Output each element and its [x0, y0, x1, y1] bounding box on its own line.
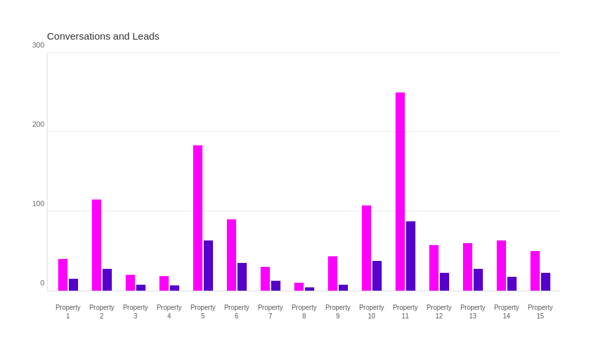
bar-leads	[204, 240, 213, 291]
chart-title: Conversations and Leads	[47, 30, 560, 42]
bar-conversations	[58, 259, 67, 291]
chart-area: 0100200300Property1Property2Property3Pro…	[47, 54, 560, 291]
y-axis-label: 200	[32, 120, 44, 128]
x-axis-label: Property7	[253, 303, 287, 320]
bar-leads	[305, 287, 314, 291]
bar-conversations	[429, 245, 439, 290]
bar-leads	[271, 281, 280, 290]
bar-leads	[237, 263, 247, 291]
bar-leads	[372, 261, 382, 290]
bar-leads	[541, 273, 550, 290]
bar-leads	[339, 285, 348, 290]
x-axis-label: Property11	[388, 303, 422, 320]
bar-leads	[406, 221, 415, 290]
grid-line	[48, 52, 560, 53]
bar-conversations	[530, 251, 540, 291]
bar-leads	[474, 269, 483, 290]
bar-conversations	[126, 275, 135, 291]
bar-leads	[170, 285, 179, 290]
bar-conversations	[362, 205, 371, 290]
x-axis-label: Property1	[51, 303, 85, 320]
grid-line	[48, 211, 560, 211]
bar-leads	[103, 269, 112, 290]
y-axis-label: 100	[32, 200, 44, 207]
bar-conversations	[294, 283, 304, 291]
bar-conversations	[193, 145, 202, 291]
x-axis-label: Property12	[422, 303, 456, 320]
x-axis-label: Property3	[118, 303, 152, 320]
bar-leads	[136, 285, 146, 290]
x-axis-label: Property8	[287, 303, 321, 320]
x-axis-label: Property14	[489, 303, 523, 320]
bar-leads	[507, 277, 517, 290]
grid-line	[48, 131, 560, 132]
bar-conversations	[497, 240, 506, 291]
bar-conversations	[159, 276, 169, 291]
x-axis-label: Property10	[355, 303, 388, 320]
x-axis-label: Property6	[220, 303, 253, 320]
x-axis-label: Property2	[85, 303, 118, 320]
bar-leads	[69, 279, 78, 291]
bar-conversations	[328, 256, 337, 291]
x-axis-label: Property15	[523, 303, 557, 320]
bar-conversations	[92, 200, 101, 291]
x-axis-label: Property4	[152, 303, 186, 320]
y-axis-label: 0	[40, 279, 44, 287]
bar-conversations	[261, 267, 270, 291]
chart-container: Conversations and Leads 0100200300Proper…	[11, 11, 579, 354]
bar-conversations	[396, 92, 405, 291]
x-axis-label: Property5	[186, 303, 220, 320]
y-axis-label: 300	[32, 41, 44, 49]
x-axis-label: Property13	[456, 303, 489, 320]
bar-conversations	[227, 219, 236, 291]
x-axis-label: Property9	[321, 303, 355, 320]
bar-conversations	[463, 243, 472, 291]
bar-leads	[440, 273, 449, 290]
